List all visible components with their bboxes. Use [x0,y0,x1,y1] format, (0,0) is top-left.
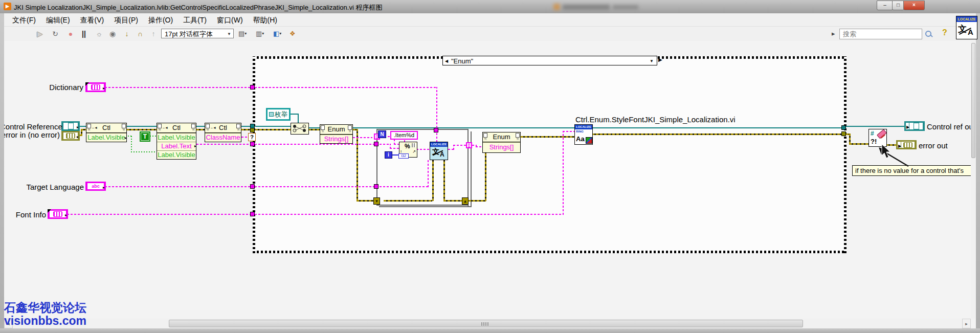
stylefont-vi[interactable]: LOCALIZE RING Aa [574,124,593,145]
property-node-enum-2[interactable]: ?!Enum?! Strings[] [482,132,521,153]
shift-register-left[interactable]: ▼ [373,197,380,205]
align-objects-button[interactable]: ▤▾ [238,28,247,39]
pause-icon[interactable]: || [78,28,90,39]
distribute-objects-button[interactable]: ▥▾ [256,28,264,39]
reorder-button[interactable]: ◧▾ [273,28,281,39]
highlight-execution-icon[interactable]: ☼ [93,28,105,39]
minimize-button[interactable]: – [877,1,893,10]
error-out-label: error out [919,141,948,150]
tunnel-font-info[interactable] [250,212,255,216]
search-box[interactable] [839,29,922,39]
tunnel-error-in[interactable] [250,128,255,132]
loop-tunnel-label-text[interactable] [374,142,378,146]
close-button[interactable]: × [903,1,925,10]
blurred-title-text-2 [613,5,638,9]
help-icon[interactable]: ? [942,28,947,37]
retain-wire-values-icon[interactable]: ◉ [106,28,119,39]
loop-count-terminal[interactable]: N [378,130,386,138]
tunnel-dictionary[interactable] [250,85,255,90]
target-language-label: Target Language [20,183,84,191]
horizontal-scrollbar-thumb[interactable] [169,320,803,327]
i32-coercion-tag: I32 [398,153,409,159]
tunnel-target-language[interactable] [250,184,255,189]
run-continuously-icon[interactable]: ↻ [49,28,61,39]
class-hierarchy-icon [269,112,274,117]
menu-help[interactable]: 帮助(H) [248,13,282,27]
case-structure-border-right[interactable] [844,56,847,253]
font-selector[interactable]: 17pt 对话框字体 ▼ [161,29,234,38]
dictionary-label: Dictionary [31,83,83,92]
clean-up-diagram-button[interactable]: ❖ [289,28,296,39]
error-in-terminal[interactable]: ▸ [61,131,80,141]
menu-edit[interactable]: 编辑(E) [41,13,75,27]
loop-index-tunnel-out[interactable]: [] [466,142,472,148]
to-more-specific-class-node[interactable] [291,123,309,135]
menu-operate[interactable]: 操作(O) [143,13,178,27]
for-loop[interactable] [376,129,469,206]
true-constant[interactable]: T [140,131,150,142]
menu-bar: 文件(F) 编辑(E) 查看(V) 项目(P) 操作(O) 工具(T) 窗口(W… [4,13,976,27]
error-cluster-glyph [66,133,75,139]
control-ref-out-terminal[interactable]: ▶ [904,121,925,131]
tunnel-error-out[interactable] [841,131,846,136]
window-frame-bottom [0,328,980,333]
scroll-right-button[interactable]: ▸ [962,319,971,328]
control-ref-out-label: Control ref out [927,122,975,131]
vi-icon-banner: LOCALIZE [956,16,977,22]
maximize-button[interactable]: □ [892,1,904,10]
labview-block-diagram-window: ▶ JKI Simple LocalizationJKI_Simple_Loca… [0,0,980,333]
cluster-glyph [91,84,100,90]
loop-tunnel-language[interactable] [374,184,378,189]
enum-class-specifier-constant[interactable]: 枚举 [266,108,291,121]
control-reference-label: Control Reference [0,122,60,131]
search-icon-handle [930,34,933,37]
loop-iteration-terminal[interactable]: i [385,151,392,159]
watermark: 石鑫华视觉论坛 visionbbs.com [4,301,86,327]
case-structure-border-bottom[interactable] [253,251,847,253]
blurred-taskbar-icon [553,4,560,10]
integer-wire [392,154,398,156]
menu-view[interactable]: 查看(V) [75,13,109,27]
mouse-cursor [881,144,892,160]
format-string-constant[interactable]: .Item%d [390,131,418,140]
tunnel-reference-out[interactable] [841,125,846,130]
abort-icon[interactable]: ● [64,28,77,39]
search-collapse-icon[interactable]: ▸ [832,28,835,39]
labview-app-icon: ▶ [4,3,11,10]
menu-window[interactable]: 窗口(W) [212,13,248,27]
menu-tools[interactable]: 工具(T) [178,13,212,27]
window-frame-left [0,13,4,333]
step-out-icon[interactable]: ↑ [147,28,160,39]
case-prev-icon[interactable]: ◀ [445,56,448,66]
get-localized-phrase-vi[interactable]: LOCALIZE 文 A [430,142,448,160]
property-node-ctl-3[interactable]: ?!–◄Ctl?! ClassName [205,123,241,142]
search-input[interactable] [842,30,910,38]
step-into-icon[interactable]: ↓ [121,28,133,39]
case-dropdown-icon[interactable]: ▼ [650,56,654,66]
property-node-ctl-1[interactable]: ?!–◄Ctl?! Label.Visible ▸ [86,123,127,142]
case-next-icon[interactable]: ▶ [658,57,662,62]
title-bar: ▶ JKI Simple LocalizationJKI_Simple_Loca… [0,0,980,14]
control-reference-terminal[interactable]: ▸ [61,121,80,131]
font-info-label: Font Info [14,210,46,219]
vi-icon[interactable]: LOCALIZE 文 A [956,16,977,39]
case-selector-terminal[interactable]: ? [248,133,256,141]
tunnel-label-text[interactable] [250,142,255,146]
window-title: JKI Simple LocalizationJKI_Simple_Locali… [14,3,382,12]
toolbar: ▶ ↻ ● || ☼ ◉ ↓ ∩ ↑ 17pt 对话框字体 ▼ ▤▾ ▥▾ ◧▾… [4,27,976,41]
target-language-terminal[interactable]: abc ▸ [85,182,106,191]
run-icon[interactable]: ▶ [34,28,46,39]
format-grid-icon [412,143,416,147]
case-selector-label[interactable]: ◀ "Enum" ▼ [442,56,657,65]
font-info-terminal[interactable]: ▸ [48,209,68,219]
loop-tunnel-dictionary[interactable] [434,128,438,132]
dictionary-terminal[interactable]: ▸ [85,82,106,92]
step-over-icon[interactable]: ∩ [134,28,146,39]
blurred-title-text [563,5,610,10]
vertical-scrollbar-thumb[interactable] [971,43,975,158]
property-node-enum-1[interactable]: ?!Enum?! Strings[] [320,124,353,144]
shift-register-right[interactable]: ▲ [462,197,469,205]
menu-file[interactable]: 文件(F) [7,13,41,27]
property-node-ctl-2[interactable]: ?!–◄Ctl?! Label.Visible Label.Text Label… [157,123,196,160]
menu-project[interactable]: 项目(P) [109,13,143,27]
